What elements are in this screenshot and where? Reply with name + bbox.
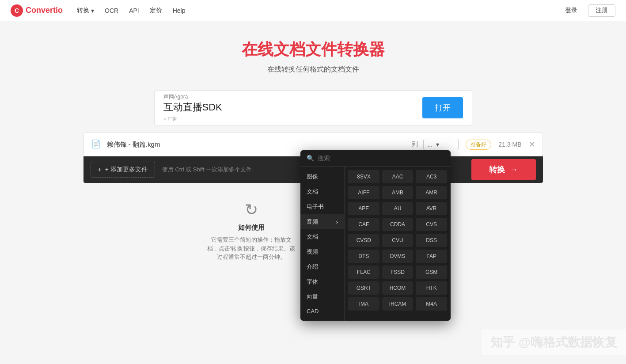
format-btn-AMB[interactable]: AMB (382, 186, 414, 199)
format-grid: 8SVXAACAC3AIFFAMBAMRAPEAUAVRCAFCDDACVSCV… (345, 167, 451, 321)
category-item-图像[interactable]: 图像 (300, 169, 344, 184)
category-list: 图像文档电子书音频›文档视频介绍字体向量CAD (300, 167, 345, 321)
add-hint: 使用 Ctrl 或 Shift 一次添加多个文件 (162, 166, 252, 174)
to-label: 到 (412, 140, 418, 148)
format-btn-APE[interactable]: APE (348, 202, 379, 215)
chevron-right-icon: › (336, 219, 338, 225)
format-btn-AVR[interactable]: AVR (416, 202, 447, 215)
navbar: C Convertio 转换 ▾ OCR API 定价 Help 登录 注册 (0, 0, 626, 21)
format-btn-CAF[interactable]: CAF (348, 218, 379, 231)
format-btn-CVS[interactable]: CVS (416, 218, 447, 231)
feature-icon-0: ↻ (207, 201, 296, 219)
file-icon: 📄 (91, 139, 102, 150)
ad-tag: × 广告 (163, 116, 222, 122)
feature-desc-0: 它需要三个简短的操作：拖放文档，点击'转换'按钮，保存结果。该过程通常不超过一两… (207, 235, 296, 262)
nav-links: 转换 ▾ OCR API 定价 Help (77, 7, 546, 15)
file-name: 赖伟锋 - 翻篇.kgm (107, 140, 407, 149)
nav-link-help[interactable]: Help (173, 7, 186, 15)
search-input[interactable] (318, 155, 444, 162)
format-btn-CDDA[interactable]: CDDA (382, 218, 414, 231)
file-size: 21.3 MB (498, 141, 521, 148)
format-btn-GSRT[interactable]: GSRT (348, 281, 379, 295)
logo-text: Convertio (26, 6, 63, 15)
format-dropdown: 🔍 图像文档电子书音频›文档视频介绍字体向量CAD 8SVXAACAC3AIFF… (300, 150, 451, 321)
category-item-文档[interactable]: 文档 (300, 184, 344, 199)
ad-banner: 声网Agora 互动直播SDK × 广告 打开 (154, 90, 472, 125)
format-btn-DVMS[interactable]: DVMS (382, 250, 414, 263)
format-btn-FSSD[interactable]: FSSD (382, 265, 414, 279)
nav-link-ocr[interactable]: OCR (105, 7, 118, 15)
chevron-down-icon: ▾ (91, 7, 94, 14)
chevron-down-icon: ▾ (436, 141, 439, 148)
category-item-视频[interactable]: 视频 (300, 244, 344, 259)
format-placeholder: ... (427, 141, 433, 148)
watermark: 知乎 @嗨格式数据恢复 (482, 330, 626, 355)
login-button[interactable]: 登录 (560, 5, 583, 16)
ad-text: 互动直播SDK (163, 101, 222, 114)
nav-link-convert[interactable]: 转换 ▾ (77, 7, 94, 15)
format-btn-GSM[interactable]: GSM (416, 265, 447, 279)
format-btn-CVU[interactable]: CVU (382, 234, 414, 247)
convert-button[interactable]: 转换 → (471, 159, 536, 180)
ad-open-button[interactable]: 打开 (422, 97, 463, 118)
format-btn-AAC[interactable]: AAC (382, 170, 414, 183)
format-btn-AC3[interactable]: AC3 (416, 170, 447, 183)
close-button[interactable]: ✕ (529, 140, 535, 149)
category-item-文档[interactable]: 文档 (300, 229, 344, 244)
format-btn-CVSD[interactable]: CVSD (348, 234, 379, 247)
arrow-right-icon: → (510, 165, 518, 174)
category-item-CAD[interactable]: CAD (300, 304, 344, 318)
hero-title: 在线文档文件转换器 (9, 39, 617, 61)
add-files-button[interactable]: + + 添加更多文件 (91, 162, 155, 178)
nav-link-api[interactable]: API (129, 7, 139, 15)
format-selector[interactable]: ... ▾ (423, 139, 459, 150)
ad-content: 声网Agora 互动直播SDK × 广告 (163, 93, 222, 122)
format-btn-HTK[interactable]: HTK (416, 281, 447, 295)
format-btn-AIFF[interactable]: AIFF (348, 186, 379, 199)
plus-icon: + (98, 166, 102, 173)
format-btn-8SVX[interactable]: 8SVX (348, 170, 379, 183)
search-bar: 🔍 (300, 150, 451, 167)
category-item-电子书[interactable]: 电子书 (300, 199, 344, 214)
category-item-字体[interactable]: 字体 (300, 274, 344, 289)
format-btn-FLAC[interactable]: FLAC (348, 265, 379, 279)
nav-right: 登录 注册 (560, 4, 615, 17)
format-btn-IRCAM[interactable]: IRCAM (382, 297, 414, 311)
search-icon: 🔍 (307, 155, 314, 162)
format-btn-HCOM[interactable]: HCOM (382, 281, 414, 295)
format-btn-FAP[interactable]: FAP (416, 250, 447, 263)
nav-link-pricing[interactable]: 定价 (150, 7, 162, 15)
status-badge: 准备好 (466, 140, 491, 150)
register-button[interactable]: 注册 (588, 4, 615, 17)
format-btn-M4A[interactable]: M4A (416, 297, 447, 311)
category-item-音频[interactable]: 音频› (300, 214, 344, 229)
format-btn-DSS[interactable]: DSS (416, 234, 447, 247)
format-btn-AMR[interactable]: AMR (416, 186, 447, 199)
logo[interactable]: C Convertio (11, 4, 63, 17)
format-btn-IMA[interactable]: IMA (348, 297, 379, 311)
feature-title-0: 如何使用 (207, 224, 296, 232)
logo-icon: C (11, 4, 23, 17)
format-btn-DTS[interactable]: DTS (348, 250, 379, 263)
dropdown-body: 图像文档电子书音频›文档视频介绍字体向量CAD 8SVXAACAC3AIFFAM… (300, 167, 451, 321)
category-item-向量[interactable]: 向量 (300, 289, 344, 304)
ad-source: 声网Agora (163, 93, 222, 101)
category-item-介绍[interactable]: 介绍 (300, 259, 344, 274)
hero-subtitle: 在线转换任何格式的文档文件 (9, 65, 617, 74)
hero-section: 在线文档文件转换器 在线转换任何格式的文档文件 (0, 21, 626, 83)
format-btn-AU[interactable]: AU (382, 202, 414, 215)
feature-item-0: ↻ 如何使用 它需要三个简短的操作：拖放文档，点击'转换'按钮，保存结果。该过程… (207, 201, 296, 262)
